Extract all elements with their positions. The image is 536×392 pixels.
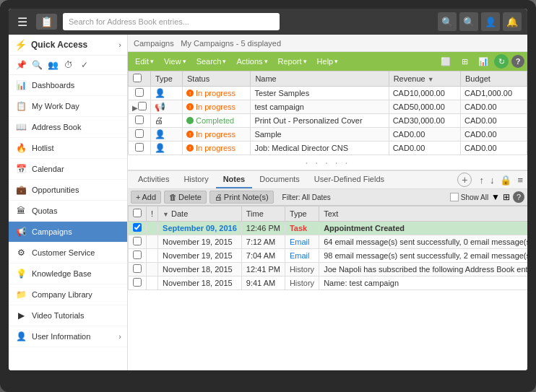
note2-checkbox[interactable] — [129, 235, 147, 249]
chart-icon[interactable]: 📊 — [475, 53, 491, 69]
sidebar-item-customer-service[interactable]: ⚙ Customer Service — [9, 243, 127, 263]
user-icon[interactable]: 👤 — [481, 12, 500, 31]
note5-checkbox[interactable] — [129, 276, 147, 290]
table-more-indicator: · · · · · — [128, 155, 527, 170]
delete-note-button[interactable]: 🗑 Delete — [164, 191, 207, 204]
up-arrow-icon[interactable]: ↑ — [477, 173, 485, 187]
help-button[interactable]: Help ▾ — [313, 56, 343, 67]
notes-type-header[interactable]: Type — [285, 206, 319, 222]
row4-type: 👤 — [151, 128, 183, 141]
notification-icon[interactable]: 🔔 — [503, 12, 522, 31]
view-button[interactable]: View ▾ — [160, 56, 191, 67]
sidebar-item-address-book[interactable]: 📖 Address Book — [9, 117, 127, 138]
group-icon[interactable]: 👥 — [46, 58, 59, 71]
print-note-button[interactable]: 🖨 Print Note(s) — [209, 191, 274, 204]
table-row[interactable]: 👤 !In progress Job: Medical Director CNS… — [129, 141, 527, 155]
search-button[interactable]: Search ▾ — [192, 56, 231, 67]
pin-icon[interactable]: 📌 — [14, 58, 27, 71]
report-button[interactable]: Report ▾ — [274, 56, 311, 67]
notes-row[interactable]: November 19, 2015 7:12 AM Email 64 email… — [129, 235, 528, 249]
show-all-checkbox[interactable] — [450, 193, 459, 201]
notes-help-icon[interactable]: ? — [513, 191, 524, 203]
select-all-checkbox[interactable] — [133, 74, 142, 82]
quick-access-header[interactable]: ⚡ Quick Access › — [9, 35, 127, 56]
sidebar-item-company-library[interactable]: 📁 Company Library — [9, 284, 127, 305]
edit-button[interactable]: Edit ▾ — [131, 56, 158, 67]
table-icon[interactable]: ⊞ — [457, 53, 472, 69]
content-area: Campaigns My Campaigns - 5 displayed Edi… — [128, 35, 527, 370]
notes-row[interactable]: November 19, 2015 7:04 AM Email 98 email… — [129, 249, 528, 263]
sidebar-item-calendar[interactable]: 📅 Calendar — [9, 159, 127, 180]
zoom-icon[interactable]: 🔍 — [459, 12, 478, 31]
note4-type: History — [285, 263, 319, 276]
sidebar-item-dashboards[interactable]: 📊 Dashboards — [9, 75, 127, 96]
check-icon[interactable]: ✓ — [78, 58, 91, 71]
notes-date-header[interactable]: ▼ Date — [158, 206, 242, 222]
notes-row[interactable]: September 09, 2016 12:46 PM Task Appoint… — [129, 222, 528, 235]
quotas-icon: 🏛 — [14, 204, 27, 217]
tab-documents[interactable]: Documents — [252, 171, 307, 188]
tab-history[interactable]: History — [176, 171, 215, 188]
search-input[interactable]: Search for Address Book entries... — [63, 13, 280, 30]
note2-type: Email — [285, 235, 319, 249]
table-row[interactable]: ▶ 📢 !In progress test campaign CAD50,000… — [129, 100, 527, 114]
sidebar-item-knowledge-base[interactable]: 💡 Knowledge Base — [9, 263, 127, 284]
tab-activities[interactable]: Activities — [131, 171, 176, 188]
expand-icon[interactable]: ⊞ — [503, 192, 510, 202]
row1-checkbox[interactable] — [129, 87, 151, 100]
video-tutorials-icon: ▶ — [14, 309, 27, 322]
notes-text-header[interactable]: Text — [319, 206, 527, 222]
add-tab-button[interactable]: + — [457, 173, 472, 187]
table-row[interactable]: 🖨 Completed Print Out - Personalized Cov… — [129, 114, 527, 128]
tab-right-icons: ↑ ↓ 🔒 ≡ — [477, 173, 524, 187]
note4-checkbox[interactable] — [129, 263, 147, 276]
timer-icon[interactable]: ⏱ — [62, 58, 75, 71]
notes-row[interactable]: November 18, 2015 12:41 PM History Joe N… — [129, 263, 528, 276]
dashboards-icon: 📊 — [14, 79, 27, 92]
sidebar-item-video-tutorials[interactable]: ▶ Video Tutorials — [9, 305, 127, 326]
notes-time-header[interactable]: Time — [241, 206, 285, 222]
note3-checkbox[interactable] — [129, 249, 147, 263]
table-row[interactable]: 👤 !In progress Sample CAD0.00 CAD0.00 — [129, 128, 527, 141]
sidebar-item-hotlist[interactable]: 🔥 Hotlist — [9, 138, 127, 159]
search-icon[interactable]: 🔍 — [438, 12, 457, 31]
lock-icon[interactable]: 🔒 — [498, 173, 513, 187]
row4-checkbox[interactable] — [129, 128, 151, 141]
add-note-button[interactable]: + Add — [131, 191, 161, 204]
notes-filter-label: Filter: All Dates — [282, 193, 331, 201]
refresh-icon[interactable]: ↻ — [494, 54, 509, 69]
sidebar-item-quotas[interactable]: 🏛 Quotas — [9, 201, 127, 222]
budget-header[interactable]: Budget — [460, 71, 527, 87]
checkbox-header[interactable] — [129, 71, 151, 87]
revenue-header[interactable]: Revenue ▼ — [389, 71, 460, 87]
notes-checkbox-header[interactable] — [129, 206, 147, 222]
row5-checkbox[interactable] — [129, 141, 151, 155]
notes-table-element: ! ▼ Date Time Type Text — [128, 206, 527, 290]
actions-button[interactable]: Actions ▾ — [232, 56, 272, 67]
campaigns-table-element: Type Status Name Revenue ▼ Budget 👤 — [128, 71, 527, 155]
search-small-icon[interactable]: 🔍 — [30, 58, 43, 71]
sidebar-item-opportunities[interactable]: 💼 Opportunities — [9, 180, 127, 201]
show-all-control[interactable]: Show All — [450, 193, 488, 201]
sidebar-item-campaigns[interactable]: 📢 Campaigns — [9, 222, 127, 243]
hamburger-icon[interactable]: ☰ — [14, 12, 30, 32]
tab-notes[interactable]: Notes — [216, 171, 253, 188]
table-row[interactable]: 👤 !In progress Tester Samples CAD10,000.… — [129, 87, 527, 100]
name-header[interactable]: Name — [251, 71, 389, 87]
sidebar-item-my-work-day[interactable]: 📋 My Work Day — [9, 96, 127, 117]
tab-user-defined-fields[interactable]: User-Defined Fields — [307, 171, 392, 188]
row3-checkbox[interactable] — [129, 114, 151, 128]
menu-icon[interactable]: ≡ — [516, 173, 524, 187]
filter-icon[interactable]: ▼ — [491, 192, 500, 202]
export-icon[interactable]: ⬜ — [438, 53, 454, 69]
sidebar-item-user-information[interactable]: 👤 User Information › — [9, 326, 127, 347]
type-header[interactable]: Type — [151, 71, 183, 87]
status-header[interactable]: Status — [183, 71, 251, 87]
user-info-chevron: › — [118, 332, 121, 341]
row2-status: !In progress — [183, 100, 251, 114]
notes-priority-header[interactable]: ! — [147, 206, 158, 222]
down-arrow-icon[interactable]: ↓ — [488, 173, 496, 187]
notes-row[interactable]: November 18, 2015 9:41 AM History Name: … — [129, 276, 528, 290]
toolbar-help-icon[interactable]: ? — [511, 55, 524, 68]
note1-checkbox[interactable] — [129, 222, 147, 235]
